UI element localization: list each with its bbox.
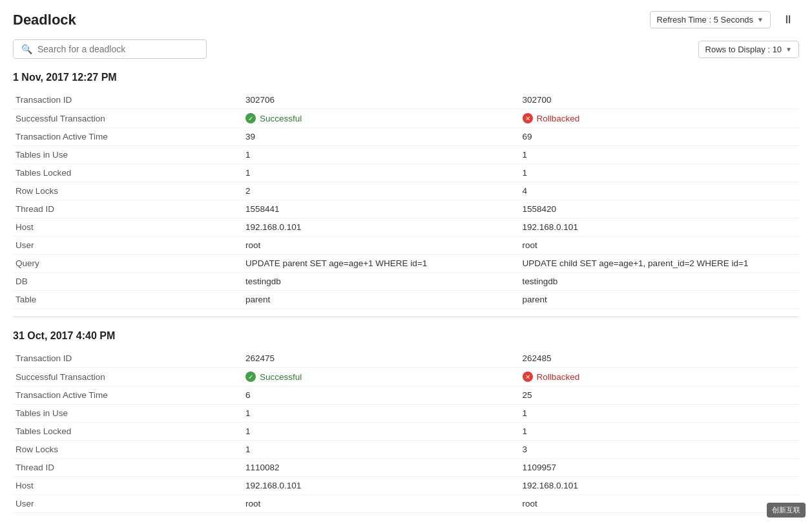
chevron-down-icon: ▼ bbox=[757, 16, 764, 23]
rows-dropdown[interactable]: Rows to Display : 10 ▼ bbox=[698, 41, 799, 58]
field-label-0-10: DB bbox=[13, 277, 245, 286]
data-grid-1: Transaction ID262475262485Successful Tra… bbox=[13, 350, 799, 513]
field-value1-0-5: 2 bbox=[245, 186, 523, 196]
chevron-down-icon: ▼ bbox=[786, 46, 792, 53]
field-value1-0-6: 1558441 bbox=[245, 204, 523, 214]
field-value2-0-8: root bbox=[523, 240, 800, 250]
field-value1-1-0: 262475 bbox=[245, 353, 523, 363]
data-row-1-1: Successful Transaction✓Successful✕Rollba… bbox=[13, 368, 799, 386]
pause-button[interactable]: ⏸ bbox=[777, 10, 799, 29]
field-value2-1-5: 3 bbox=[523, 445, 800, 454]
field-value2-0-6: 1558420 bbox=[523, 204, 800, 214]
deadlock-section-0: 1 Nov, 2017 12:27 PMTransaction ID302706… bbox=[13, 72, 799, 317]
field-value1-0-2: 39 bbox=[245, 132, 523, 141]
refresh-dropdown[interactable]: Refresh Time : 5 Seconds ▼ bbox=[650, 11, 771, 28]
data-row-0-8: Userrootroot bbox=[13, 236, 799, 255]
field-label-1-5: Row Locks bbox=[13, 445, 245, 454]
field-value2-0-4: 1 bbox=[523, 168, 800, 178]
header-controls: Refresh Time : 5 Seconds ▼ ⏸ bbox=[650, 10, 799, 29]
field-value1-0-3: 1 bbox=[245, 150, 523, 160]
status-rollback-text: Rollbacked bbox=[537, 114, 580, 123]
data-row-1-5: Row Locks13 bbox=[13, 441, 799, 459]
header: Deadlock Refresh Time : 5 Seconds ▼ ⏸ bbox=[13, 10, 799, 29]
field-value1-0-10: testingdb bbox=[245, 277, 523, 286]
search-input[interactable] bbox=[37, 44, 198, 54]
field-value2-0-3: 1 bbox=[523, 150, 800, 160]
data-row-0-10: DBtestingdbtestingdb bbox=[13, 273, 799, 291]
search-box[interactable]: 🔍 bbox=[13, 39, 207, 59]
field-value1-1-6: 1110082 bbox=[245, 463, 523, 472]
field-value1-0-0: 302706 bbox=[245, 95, 523, 105]
field-label-0-6: Thread ID bbox=[13, 204, 245, 214]
data-row-1-4: Tables Locked11 bbox=[13, 423, 799, 441]
field-value1-0-8: root bbox=[245, 240, 523, 250]
watermark-text: 创新互联 bbox=[772, 505, 800, 515]
field-value1-1-1: ✓Successful bbox=[245, 372, 523, 382]
field-value2-0-10: testingdb bbox=[523, 277, 800, 286]
success-icon: ✓ bbox=[245, 113, 256, 123]
field-label-1-0: Transaction ID bbox=[13, 353, 245, 363]
field-label-1-3: Tables in Use bbox=[13, 408, 245, 418]
field-label-0-7: Host bbox=[13, 222, 245, 232]
field-value1-1-2: 6 bbox=[245, 390, 523, 400]
data-row-1-6: Thread ID11100821109957 bbox=[13, 459, 799, 477]
search-icon: 🔍 bbox=[21, 44, 32, 54]
field-value1-1-3: 1 bbox=[245, 408, 523, 418]
rollback-icon: ✕ bbox=[523, 113, 533, 123]
field-value2-1-1: ✕Rollbacked bbox=[523, 372, 800, 382]
data-row-0-5: Row Locks24 bbox=[13, 182, 799, 200]
field-value1-0-7: 192.168.0.101 bbox=[245, 222, 523, 232]
data-row-0-6: Thread ID15584411558420 bbox=[13, 200, 799, 218]
status-success-text: Successful bbox=[260, 114, 302, 123]
field-value1-1-7: 192.168.0.101 bbox=[245, 481, 523, 490]
rollback-icon: ✕ bbox=[523, 372, 533, 382]
section-date-0: 1 Nov, 2017 12:27 PM bbox=[13, 72, 799, 86]
section-date-1: 31 Oct, 2017 4:40 PM bbox=[13, 330, 799, 344]
data-row-1-3: Tables in Use11 bbox=[13, 404, 799, 423]
field-label-1-4: Tables Locked bbox=[13, 426, 245, 436]
data-grid-0: Transaction ID302706302700Successful Tra… bbox=[13, 91, 799, 309]
field-value1-0-4: 1 bbox=[245, 168, 523, 178]
field-label-0-8: User bbox=[13, 240, 245, 250]
data-row-0-4: Tables Locked11 bbox=[13, 164, 799, 182]
field-label-0-3: Tables in Use bbox=[13, 150, 245, 160]
toolbar: 🔍 Rows to Display : 10 ▼ bbox=[13, 39, 799, 59]
field-label-0-4: Tables Locked bbox=[13, 168, 245, 178]
field-label-1-2: Transaction Active Time bbox=[13, 390, 245, 400]
section-divider-0 bbox=[13, 317, 799, 317]
data-row-0-7: Host192.168.0.101192.168.0.101 bbox=[13, 218, 799, 236]
data-row-1-8: Userrootroot bbox=[13, 495, 799, 513]
sections-container: 1 Nov, 2017 12:27 PMTransaction ID302706… bbox=[13, 72, 799, 513]
data-row-0-2: Transaction Active Time3969 bbox=[13, 128, 799, 146]
page-title: Deadlock bbox=[13, 12, 76, 28]
status-success-text: Successful bbox=[260, 372, 302, 382]
data-row-1-7: Host192.168.0.101192.168.0.101 bbox=[13, 477, 799, 495]
watermark: 创新互联 bbox=[767, 503, 806, 518]
field-value2-0-5: 4 bbox=[523, 186, 800, 196]
field-value2-1-0: 262485 bbox=[523, 353, 800, 363]
refresh-label: Refresh Time : 5 Seconds bbox=[657, 15, 754, 25]
field-value2-1-6: 1109957 bbox=[523, 463, 800, 472]
field-label-1-1: Successful Transaction bbox=[13, 372, 245, 382]
field-label-0-0: Transaction ID bbox=[13, 95, 245, 105]
field-value1-0-1: ✓Successful bbox=[245, 113, 523, 123]
success-icon: ✓ bbox=[245, 372, 256, 382]
field-label-1-6: Thread ID bbox=[13, 463, 245, 472]
field-value1-1-8: root bbox=[245, 499, 523, 508]
data-row-1-2: Transaction Active Time625 bbox=[13, 386, 799, 404]
field-value2-0-1: ✕Rollbacked bbox=[523, 113, 800, 123]
rows-label: Rows to Display : 10 bbox=[705, 45, 782, 54]
field-value2-0-7: 192.168.0.101 bbox=[523, 222, 800, 232]
data-row-0-3: Tables in Use11 bbox=[13, 146, 799, 164]
data-row-0-1: Successful Transaction✓Successful✕Rollba… bbox=[13, 109, 799, 128]
field-value2-0-11: parent bbox=[523, 295, 800, 304]
field-value2-1-3: 1 bbox=[523, 408, 800, 418]
pause-icon: ⏸ bbox=[782, 13, 794, 26]
data-row-1-0: Transaction ID262475262485 bbox=[13, 350, 799, 368]
field-value1-1-4: 1 bbox=[245, 426, 523, 436]
data-row-0-0: Transaction ID302706302700 bbox=[13, 91, 799, 109]
field-label-1-7: Host bbox=[13, 481, 245, 490]
field-value2-1-8: root bbox=[523, 499, 800, 508]
field-value1-1-5: 1 bbox=[245, 445, 523, 454]
field-value1-0-11: parent bbox=[245, 295, 523, 304]
